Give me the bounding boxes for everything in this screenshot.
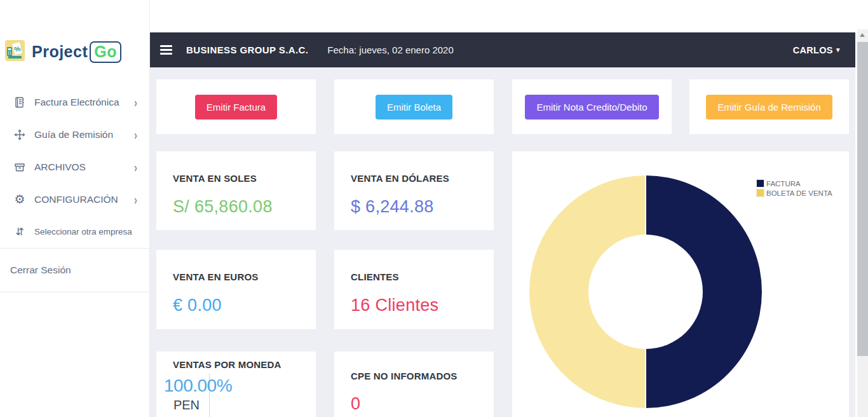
sidebar: % ProjectGo Factura Electrónica › bbox=[0, 0, 150, 417]
sidebar-item-label: CONFIGURACIÓN bbox=[34, 194, 118, 205]
emitir-nota-credito-debito-button[interactable]: Emitir Nota Credito/Debito bbox=[525, 95, 658, 120]
chevron-right-icon: › bbox=[134, 192, 137, 206]
stat-title: VENTAS POR MONEDA bbox=[173, 359, 316, 370]
chart-legend: FACTURA BOLETA DE VENTA bbox=[756, 179, 832, 198]
sidebar-nav: Factura Electrónica › Guía de Remisión › bbox=[0, 86, 150, 248]
logout-label: Cerrar Sesión bbox=[10, 264, 71, 276]
logout-button[interactable]: Cerrar Sesión bbox=[0, 248, 150, 292]
move-icon bbox=[13, 128, 27, 142]
sidebar-item-label: ARCHIVOS bbox=[34, 161, 86, 173]
sidebar-item-guia-de-remision[interactable]: Guía de Remisión › bbox=[0, 118, 150, 151]
caret-down-icon: ▼ bbox=[835, 46, 841, 53]
chevron-right-icon: › bbox=[134, 160, 137, 174]
chevron-right-icon: › bbox=[134, 127, 137, 141]
stat-value: $ 6,244.88 bbox=[351, 197, 494, 217]
user-name: CARLOS bbox=[793, 45, 833, 55]
card-emitir-nota: Emitir Nota Credito/Debito bbox=[512, 79, 672, 134]
card-venta-en-soles: VENTA EN SOLES S/ 65,860.08 bbox=[156, 151, 316, 230]
currency-code: PEN bbox=[164, 398, 209, 413]
company-name: BUSINESS GROUP S.A.C. bbox=[186, 44, 308, 55]
sidebar-item-label: Seleccionar otra empresa bbox=[34, 227, 132, 236]
card-emitir-guia: Emitir Guía de Remisión bbox=[689, 79, 849, 134]
brand-name-secondary: Go bbox=[90, 41, 121, 63]
stat-value: 0 bbox=[351, 394, 494, 414]
brand-logo[interactable]: % ProjectGo bbox=[4, 39, 121, 64]
legend-label: BOLETA DE VENTA bbox=[766, 189, 832, 197]
stat-title: CPE NO INFORMADOS bbox=[351, 371, 494, 381]
currency-percent-cell: 100.00% PEN bbox=[164, 373, 210, 417]
chevron-right-icon: › bbox=[134, 95, 137, 109]
scrollbar-up-arrow-icon[interactable] bbox=[860, 33, 865, 37]
sidebar-item-archivos[interactable]: ARCHIVOS › bbox=[0, 151, 150, 183]
emitir-guia-de-remision-button[interactable]: Emitir Guía de Remisión bbox=[706, 95, 832, 120]
stat-value: 16 Clientes bbox=[351, 296, 494, 315]
card-cpe-no-informados: CPE NO INFORMADOS 0 bbox=[334, 352, 494, 417]
legend-label: FACTURA bbox=[766, 180, 801, 188]
legend-swatch bbox=[756, 179, 764, 188]
sidebar-item-label: Guía de Remisión bbox=[34, 129, 113, 140]
stat-value: € 0.00 bbox=[173, 296, 316, 315]
stat-title: VENTA EN DÓLARES bbox=[351, 173, 494, 184]
date-label: Fecha: jueves, 02 enero 2020 bbox=[327, 44, 453, 55]
donut-hole bbox=[588, 235, 703, 349]
brand-name: ProjectGo bbox=[32, 41, 121, 63]
archive-icon bbox=[13, 160, 27, 174]
sidebar-item-factura-electronica[interactable]: Factura Electrónica › bbox=[0, 86, 150, 118]
legend-item-factura[interactable]: FACTURA bbox=[756, 179, 832, 188]
emitir-factura-button[interactable]: Emitir Factura bbox=[195, 95, 277, 120]
vertical-scrollbar[interactable] bbox=[857, 29, 868, 417]
gear-icon: ⚙ bbox=[13, 193, 27, 207]
card-donut-chart: FACTURA BOLETA DE VENTA bbox=[512, 151, 849, 417]
stat-value: S/ 65,860.08 bbox=[173, 197, 316, 217]
stat-title: VENTA EN EUROS bbox=[173, 271, 316, 282]
card-emitir-boleta: Emitir Boleta bbox=[334, 79, 494, 134]
legend-item-boleta-de-venta[interactable]: BOLETA DE VENTA bbox=[756, 189, 832, 197]
sidebar-item-configuracion[interactable]: ⚙ CONFIGURACIÓN › bbox=[0, 183, 150, 215]
legend-swatch bbox=[756, 189, 764, 197]
calculator-receipt-icon: % bbox=[4, 39, 25, 64]
stat-title: VENTA EN SOLES bbox=[173, 173, 316, 184]
card-emitir-factura: Emitir Factura bbox=[156, 79, 316, 134]
swap-icon: ⇵ bbox=[13, 225, 27, 239]
card-venta-en-dolares: VENTA EN DÓLARES $ 6,244.88 bbox=[334, 151, 494, 230]
topbar: BUSINESS GROUP S.A.C. Fecha: jueves, 02 … bbox=[150, 32, 855, 67]
user-menu[interactable]: CARLOS▼ bbox=[793, 45, 841, 55]
card-venta-en-euros: VENTA EN EUROS € 0.00 bbox=[156, 250, 316, 329]
card-clientes: CLIENTES 16 Clientes bbox=[334, 250, 494, 329]
card-ventas-por-moneda: VENTAS POR MONEDA 100.00% PEN bbox=[156, 352, 316, 417]
hamburger-menu-icon[interactable] bbox=[160, 43, 172, 57]
donut-chart[interactable] bbox=[529, 175, 762, 408]
stat-title: CLIENTES bbox=[351, 271, 494, 282]
sidebar-item-seleccionar-otra-empresa[interactable]: ⇵ Seleccionar otra empresa bbox=[0, 215, 150, 248]
invoice-icon bbox=[13, 95, 27, 109]
brand-name-primary: Project bbox=[32, 43, 88, 60]
sidebar-item-label: Factura Electrónica bbox=[34, 97, 119, 108]
scrollbar-thumb[interactable] bbox=[857, 42, 868, 356]
emitir-boleta-button[interactable]: Emitir Boleta bbox=[376, 95, 452, 120]
currency-percent-value: 100.00% bbox=[164, 376, 209, 396]
